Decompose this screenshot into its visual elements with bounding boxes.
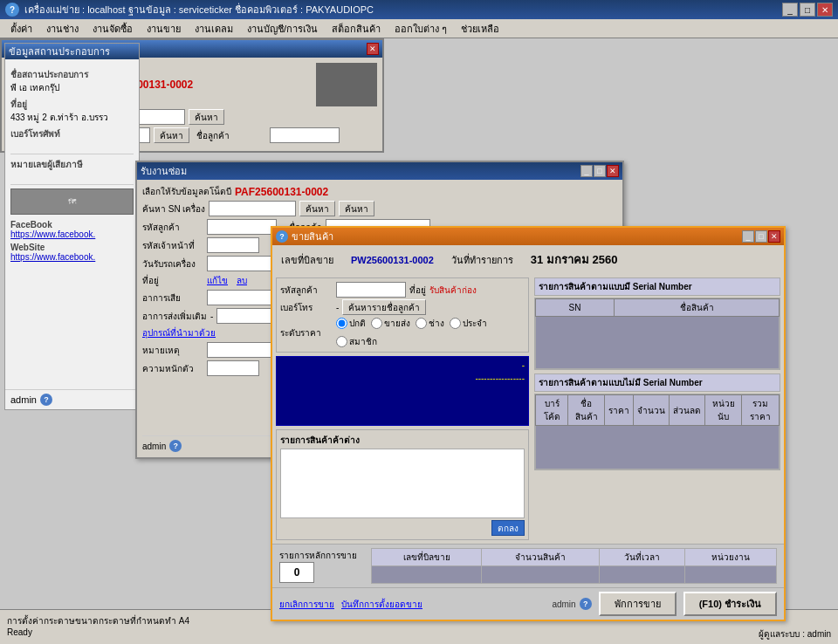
remark-label: หมายเหตุ — [142, 344, 203, 357]
nonserial-col-qty: จำนวน — [634, 395, 670, 426]
repair-close[interactable]: ✕ — [607, 165, 619, 177]
user-status: ผู้ดูแลระบบ : admin — [759, 627, 831, 641]
footer-bill-cell — [372, 566, 482, 584]
radio-wholesale[interactable]: ขายส่ง — [371, 317, 410, 330]
menu-settings[interactable]: ตั้งค่า — [3, 19, 39, 38]
delete-link[interactable]: ลบ — [237, 274, 247, 287]
menu-purchase[interactable]: งานจัดซื้อ — [86, 19, 140, 38]
nonserial-col-discount: ส่วนลด — [670, 395, 705, 426]
facebook-link[interactable]: https://www.facebook. — [10, 230, 134, 239]
customer-content: ชื่อสถานประกอบการ พี เอ เทคกรุ๊ป ที่อยู่… — [5, 59, 139, 267]
product-image — [316, 63, 377, 106]
customer-footer: admin ? — [5, 389, 139, 409]
add-note-link[interactable]: อุปกรณ์ที่นำมาด้วย — [142, 326, 216, 339]
address-label: ที่อยู่ — [10, 98, 134, 111]
owner-repair-input[interactable] — [207, 237, 259, 253]
sale-footer-top: รายการหลักการขาย 0 เลขที่บิลขาย จำนวนสิน… — [272, 544, 784, 587]
product-search-area — [280, 449, 525, 518]
receipt-count-label: รายการหลักการขาย — [279, 549, 357, 562]
repair-sn-label: เลือกให้รับข้อมูลตโน็ตบี — [142, 185, 231, 198]
cancel-sale-link[interactable]: ยกเลิกการขาย — [279, 598, 334, 611]
sale-body: รหัสลูกค้า ที่อยู่ รับสินค้าก่อง เบอร์โท… — [272, 274, 784, 544]
footer-info-table: เลขที่บิลขาย จำนวนสินค้า วันที่เวลา หน่ว… — [371, 548, 777, 584]
menu-bar: ตั้งค่า งานช่าง งานจัดซื้อ งานขาย งานเดล… — [0, 19, 838, 38]
customer-name-label-info: ชื่อลูกค้า — [196, 129, 266, 142]
menu-delivery[interactable]: งานเดลม — [188, 19, 240, 38]
sale-blue-display: - ----------------- — [276, 356, 529, 426]
shop-name-value: พี เอ เทคกรุ๊ป — [10, 81, 134, 94]
radio-member[interactable]: สมาชิก — [336, 335, 377, 348]
close-button[interactable]: ✕ — [817, 3, 833, 17]
find-button[interactable]: ค้นหา — [189, 109, 224, 125]
edit-link[interactable]: แก้ไข — [207, 274, 228, 287]
repair-maximize[interactable]: □ — [594, 165, 606, 177]
radio-regular[interactable]: ประจำ — [450, 317, 487, 330]
weight-input[interactable] — [207, 360, 259, 376]
nonserial-col-price: ราคา — [605, 395, 634, 426]
footer-weight-header: หน่วยงาน — [685, 549, 777, 566]
sale-search-customer-btn[interactable]: ค้นหารายชื่อลูกค้า — [342, 299, 426, 315]
sale-note-label: ที่อยู่ — [409, 284, 426, 297]
nonserial-col-unit: หน่วยนับ — [705, 395, 742, 426]
phone-value — [10, 140, 134, 154]
sale-titlebar: ? ขายสินค้า _ □ ✕ — [272, 228, 784, 245]
menu-print[interactable]: ออกใบต่าง ๆ — [388, 19, 454, 38]
customer-name-input-info[interactable] — [270, 127, 340, 143]
menu-help[interactable]: ช่วยเหลือ — [454, 19, 506, 38]
nonserial-empty-cell — [536, 426, 780, 469]
receive-date-input[interactable]: 31/ 1/ 2560 — [207, 256, 277, 271]
menu-accounting[interactable]: งานบัญชี/การเงิน — [240, 19, 325, 38]
blue-dashes: ----------------- — [475, 373, 525, 383]
sale-phone-label: เบอร์โทร — [280, 301, 333, 314]
radio-normal[interactable]: ปกติ — [336, 317, 366, 330]
table-row — [536, 426, 780, 469]
window-controls: _ □ ✕ — [782, 3, 833, 17]
sale-icon: ? — [276, 230, 288, 243]
sale-left-panel: รหัสลูกค้า ที่อยู่ รับสินค้าก่อง เบอร์โท… — [276, 277, 529, 540]
sale-header: เลขที่บิลขาย PW25600131-0002 วันที่ทำราย… — [272, 245, 784, 274]
help-icon-repair[interactable]: ? — [169, 440, 182, 452]
sale-product-code-input[interactable] — [336, 282, 406, 298]
ready-status: Ready — [7, 627, 32, 641]
repair-find2-btn[interactable]: ค้นหา — [339, 201, 374, 216]
footer-bill-header: เลขที่บิลขาย — [372, 549, 482, 566]
save-sale-link[interactable]: บันทึกการตั้งยอดขาย — [341, 598, 422, 611]
owner-repair-label: รหัสเจ้าหน้าที่ — [142, 239, 203, 252]
minimize-button[interactable]: _ — [782, 3, 798, 17]
tax-label: หมายเลขผู้เสียภาษี — [10, 158, 134, 171]
menu-stock[interactable]: สต็อกสินค้า — [325, 19, 388, 38]
bill-id-value: PW25600131-0002 — [351, 255, 434, 265]
radio-technician[interactable]: ช่าง — [416, 317, 444, 330]
customer-panel-title: ข้อมูลสถานประกอบการ — [5, 44, 139, 59]
footer-weight-cell — [685, 566, 777, 584]
help-icon-sale[interactable]: ? — [580, 598, 592, 610]
website-label: WebSite — [10, 243, 134, 252]
menu-technician[interactable]: งานช่าง — [39, 19, 86, 38]
sale-minimize[interactable]: _ — [742, 230, 754, 243]
repair-find-btn[interactable]: ค้นหา — [299, 201, 335, 216]
find2-button[interactable]: ค้นหา — [154, 127, 189, 143]
bill-id-label: เลขที่บิลขาย — [281, 252, 333, 268]
sale-note-value: รับสินค้าก่อง — [429, 284, 477, 297]
receipt-count-value: 0 — [279, 562, 314, 583]
pause-sale-btn[interactable]: พักการขาย — [599, 592, 677, 616]
maximize-button[interactable]: □ — [800, 3, 815, 17]
website-link[interactable]: https://www.facebook. — [10, 252, 134, 262]
info-modal-close[interactable]: ✕ — [367, 43, 379, 55]
search-confirm-btn[interactable]: ตกลง — [491, 520, 525, 536]
pay-btn[interactable]: (F10) ชำระเงิน — [683, 592, 777, 616]
table-row — [536, 317, 780, 369]
product-code-repair-input[interactable] — [207, 219, 277, 235]
customer-title-text: ข้อมูลสถานประกอบการ — [9, 44, 110, 59]
help-icon-customer[interactable]: ? — [40, 394, 52, 406]
nonserial-col-total: รวมราคา — [742, 395, 780, 426]
menu-sales[interactable]: งานขาย — [140, 19, 188, 38]
note-repair-label: ที่อยู่ — [142, 274, 203, 287]
product-code-repair-label: รหัสลูกค้า — [142, 221, 203, 234]
footer-qty-header: จำนวนสินค้า — [482, 549, 600, 566]
repair-search-input[interactable] — [209, 201, 296, 216]
weight-label: ความหนักตัว — [142, 362, 203, 375]
sale-close[interactable]: ✕ — [768, 230, 780, 243]
repair-minimize[interactable]: _ — [580, 165, 593, 177]
sale-maximize[interactable]: □ — [755, 230, 767, 243]
